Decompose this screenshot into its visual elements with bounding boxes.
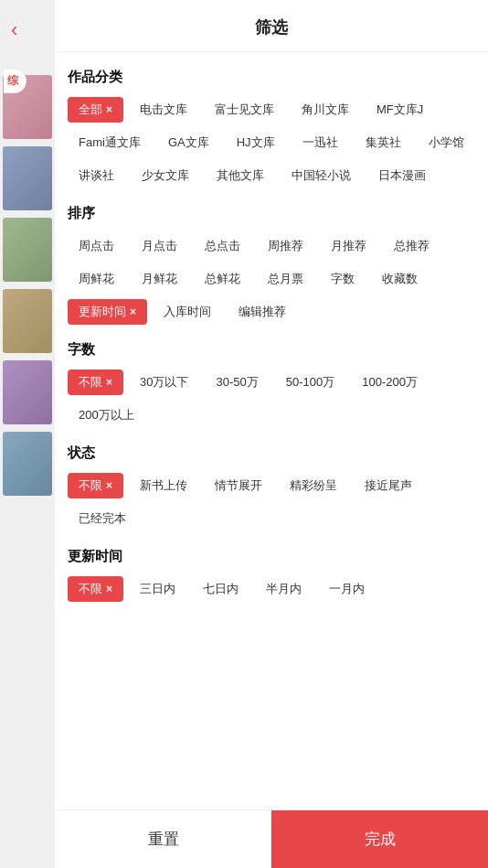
tag-hj[interactable]: HJ文库 [226,130,286,155]
tag-new-upload[interactable]: 新书上传 [129,473,198,498]
tag-favorites[interactable]: 收藏数 [371,266,429,292]
tag-label: 全部 [79,102,102,118]
tag-one-month[interactable]: 一月内 [318,576,376,602]
section-category: 作品分类 全部 × 电击文库 富士见文库 角川文库 MF文库J Fami通文库 … [68,69,475,188]
tag-update-time[interactable]: 更新时间 × [68,299,147,325]
tag-ga[interactable]: GA文库 [157,130,220,155]
tag-dianjiwendian[interactable]: 电击文库 [129,97,198,123]
tag-yixun[interactable]: 一迅社 [292,130,349,155]
section-title-category: 作品分类 [68,69,475,86]
back-icon[interactable]: ‹ [11,18,17,42]
tag-indb-time[interactable]: 入库时间 [153,299,222,325]
tag-total-recommend[interactable]: 总推荐 [383,233,440,259]
tag-three-days[interactable]: 三日内 [129,576,186,602]
tag-monthly-recommend[interactable]: 月推荐 [320,233,377,259]
tag-exciting[interactable]: 精彩纷呈 [279,473,348,498]
tag-wc-30[interactable]: 30万以下 [129,370,199,395]
tag-status-unlimited[interactable]: 不限 × [68,473,123,498]
tag-editor-recommend[interactable]: 编辑推荐 [228,299,297,325]
section-title-wordcount: 字数 [68,341,475,359]
filter-footer: 重置 完成 [55,809,488,868]
tag-time-unlimited[interactable]: 不限 × [68,576,123,602]
filter-title: 筛选 [55,0,488,52]
tag-wordcount-sort[interactable]: 字数 [320,266,366,292]
section-title-sort: 排序 [68,205,475,222]
update-time-tags: 不限 × 三日内 七日内 半月内 一月内 [68,576,475,602]
tag-wc-50-100[interactable]: 50-100万 [275,370,345,395]
tag-close-icon[interactable]: × [130,305,136,318]
book-item [3,218,52,282]
tag-total-click[interactable]: 总点击 [194,233,251,259]
tag-weekly-recommend[interactable]: 周推荐 [257,233,314,259]
tag-close-icon[interactable]: × [106,376,112,389]
tag-wc-30-50[interactable]: 30-50万 [205,370,269,395]
sort-tags: 周点击 月点击 总点击 周推荐 月推荐 总推荐 周鲜花 月鲜花 总鲜花 总月票 … [68,233,475,325]
filter-body: 作品分类 全部 × 电击文库 富士见文库 角川文库 MF文库J Fami通文库 … [55,52,488,868]
book-item [3,146,52,210]
section-sort: 排序 周点击 月点击 总点击 周推荐 月推荐 总推荐 周鲜花 月鲜花 总鲜花 总… [68,205,475,325]
reset-button[interactable]: 重置 [55,810,271,868]
tag-jiaochuan[interactable]: 角川文库 [291,97,360,123]
tag-label: 不限 [79,477,102,494]
tag-qitawendian[interactable]: 其他文库 [206,163,275,188]
tag-wc-200plus[interactable]: 200万以上 [68,402,145,428]
tag-close-icon[interactable]: × [106,103,112,116]
tag-mf[interactable]: MF文库J [366,97,434,123]
tag-monthly-ticket[interactable]: 总月票 [257,266,314,292]
tag-close-icon[interactable]: × [106,479,112,492]
tag-weekly-click[interactable]: 周点击 [68,233,125,259]
tag-shaonvwendian[interactable]: 少女文库 [131,163,200,188]
book-item [3,432,52,496]
tag-weekly-flower[interactable]: 周鲜花 [68,266,125,292]
tag-wc-100-200[interactable]: 100-200万 [351,370,429,395]
tag-close-icon[interactable]: × [106,583,112,595]
filter-panel: 筛选 作品分类 全部 × 电击文库 富士见文库 角川文库 MF文库J Fami通… [55,0,488,868]
book-item [3,289,52,353]
tag-fujimi[interactable]: 富士见文库 [204,97,285,123]
tag-completed[interactable]: 已经完本 [68,506,137,531]
tag-total-flower[interactable]: 总鲜花 [194,266,251,292]
tag-zhongguo[interactable]: 中国轻小说 [281,163,362,188]
section-title-update-time: 更新时间 [68,548,475,565]
wordcount-tags: 不限 × 30万以下 30-50万 50-100万 100-200万 200万以… [68,370,475,428]
tag-wordcount-unlimited[interactable]: 不限 × [68,370,123,395]
tag-xiaoxueguan[interactable]: 小学馆 [418,130,475,155]
tag-seven-days[interactable]: 七日内 [192,576,249,602]
category-tags: 全部 × 电击文库 富士见文库 角川文库 MF文库J Fami通文库 GA文库 … [68,97,475,188]
tag-jiyingsha[interactable]: 集英社 [355,130,412,155]
tag-jiangtansha[interactable]: 讲谈社 [68,163,125,188]
tag-fami[interactable]: Fami通文库 [68,130,152,155]
tag-label: 不限 [79,374,102,391]
book-list [0,73,55,498]
book-item [3,360,52,424]
tag-half-month[interactable]: 半月内 [255,576,313,602]
section-wordcount: 字数 不限 × 30万以下 30-50万 50-100万 100-200万 20… [68,341,475,428]
section-title-status: 状态 [68,445,475,462]
tag-plot-developing[interactable]: 情节展开 [204,473,273,498]
status-tags: 不限 × 新书上传 情节展开 精彩纷呈 接近尾声 已经完本 [68,473,475,531]
confirm-button[interactable]: 完成 [271,810,488,868]
tag-near-end[interactable]: 接近尾声 [354,473,423,498]
section-update-time: 更新时间 不限 × 三日内 七日内 半月内 一月内 [68,548,475,602]
tag-all[interactable]: 全部 × [68,97,123,123]
section-status: 状态 不限 × 新书上传 情节展开 精彩纷呈 接近尾声 已经完本 [68,445,475,531]
sidebar-peek: ‹ 综 [0,0,55,868]
tag-monthly-flower[interactable]: 月鲜花 [131,266,188,292]
tag-monthly-click[interactable]: 月点击 [131,233,188,259]
tag-label: 更新时间 [79,304,126,320]
tag-manga[interactable]: 日本漫画 [367,163,437,188]
tag-label: 不限 [79,581,102,597]
